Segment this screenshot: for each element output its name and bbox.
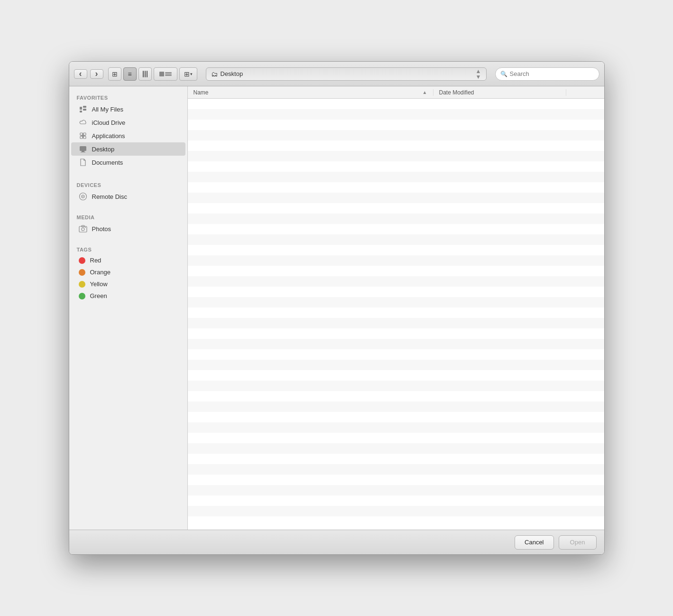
forward-icon — [95, 69, 98, 79]
table-row[interactable] — [188, 433, 604, 443]
search-input[interactable] — [510, 70, 594, 77]
table-row[interactable] — [188, 255, 604, 266]
column-view-button[interactable] — [138, 67, 152, 81]
column-view-icon — [143, 71, 148, 77]
cancel-button[interactable]: Cancel — [515, 535, 553, 550]
table-row[interactable] — [188, 140, 604, 151]
sort-arrow-icon: ▲ — [423, 90, 427, 95]
table-row[interactable] — [188, 234, 604, 245]
list-view-button[interactable]: ≡ — [123, 67, 137, 81]
table-row[interactable] — [188, 276, 604, 287]
cover-flow-button[interactable] — [154, 67, 177, 81]
table-row[interactable] — [188, 151, 604, 161]
table-row[interactable] — [188, 360, 604, 370]
sidebar-item-label: Documents — [92, 159, 123, 166]
location-bar[interactable]: 🗂 Desktop ▲ ▼ — [206, 67, 487, 81]
table-row[interactable] — [188, 120, 604, 130]
table-row[interactable] — [188, 224, 604, 234]
table-row[interactable] — [188, 109, 604, 120]
finder-window: ⊞ ≡ — [69, 61, 605, 555]
table-row[interactable] — [188, 485, 604, 495]
svg-rect-12 — [81, 152, 85, 152]
table-row[interactable] — [188, 349, 604, 360]
table-row[interactable] — [188, 506, 604, 516]
sidebar-item-label: Yellow — [90, 280, 108, 288]
view-buttons: ⊞ ≡ — [108, 67, 197, 81]
bottom-bar: Cancel Open — [69, 530, 604, 554]
sidebar-item-desktop[interactable]: Desktop — [71, 142, 185, 156]
table-row[interactable] — [188, 182, 604, 193]
sidebar-item-documents[interactable]: Documents — [71, 156, 185, 169]
table-row[interactable] — [188, 401, 604, 412]
table-row[interactable] — [188, 412, 604, 422]
table-row[interactable] — [188, 161, 604, 172]
column-name-label: Name — [194, 89, 209, 96]
sidebar-item-red[interactable]: Red — [71, 254, 185, 266]
table-row[interactable] — [188, 214, 604, 224]
table-row[interactable] — [188, 172, 604, 182]
table-row[interactable] — [188, 328, 604, 339]
arrange-button[interactable]: ⊞▾ — [179, 67, 197, 81]
column-date-label: Date Modified — [439, 89, 474, 96]
table-row[interactable] — [188, 454, 604, 464]
table-row[interactable] — [188, 308, 604, 318]
arrange-icon: ⊞▾ — [184, 70, 193, 78]
table-row[interactable] — [188, 464, 604, 475]
svg-point-18 — [82, 228, 84, 231]
sidebar-item-orange[interactable]: Orange — [71, 266, 185, 278]
table-row[interactable] — [188, 370, 604, 381]
sidebar: Favorites All My Files iCloud Drive — [69, 86, 188, 530]
location-stepper[interactable]: ▲ ▼ — [476, 68, 481, 80]
table-row[interactable] — [188, 130, 604, 140]
documents-icon — [79, 158, 87, 167]
table-row[interactable] — [188, 245, 604, 255]
table-row[interactable] — [188, 287, 604, 297]
devices-label: Devices — [69, 178, 187, 190]
sidebar-item-icloud-drive[interactable]: iCloud Drive — [71, 116, 185, 129]
table-row[interactable] — [188, 203, 604, 214]
table-row[interactable] — [188, 381, 604, 391]
table-row[interactable] — [188, 339, 604, 349]
back-button[interactable] — [74, 69, 87, 79]
table-row[interactable] — [188, 99, 604, 109]
table-row[interactable] — [188, 193, 604, 203]
applications-icon — [79, 131, 87, 140]
svg-rect-10 — [80, 146, 86, 151]
search-bar[interactable]: 🔍 — [495, 67, 599, 81]
icon-view-button[interactable]: ⊞ — [108, 67, 121, 81]
toolbar: ⊞ ≡ — [69, 62, 604, 86]
sidebar-item-green[interactable]: Green — [71, 290, 185, 302]
svg-rect-8 — [80, 136, 83, 139]
list-view-icon: ≡ — [128, 70, 131, 78]
table-row[interactable] — [188, 422, 604, 433]
svg-rect-2 — [83, 109, 86, 111]
sidebar-item-yellow[interactable]: Yellow — [71, 278, 185, 290]
icon-view-icon: ⊞ — [112, 70, 118, 78]
sidebar-item-photos[interactable]: Photos — [71, 222, 185, 235]
table-row[interactable] — [188, 297, 604, 308]
svg-rect-9 — [83, 136, 86, 139]
location-text: 🗂 Desktop — [211, 70, 243, 78]
sidebar-item-label: Orange — [90, 269, 111, 276]
sidebar-item-label: Desktop — [92, 146, 115, 153]
svg-rect-0 — [80, 107, 82, 110]
icloud-drive-icon — [79, 118, 87, 127]
svg-rect-11 — [82, 151, 84, 152]
sidebar-item-label: Red — [90, 257, 101, 264]
sidebar-item-applications[interactable]: Applications — [71, 129, 185, 142]
table-row[interactable] — [188, 475, 604, 485]
column-date-header[interactable]: Date Modified — [433, 89, 566, 96]
folder-icon: 🗂 — [211, 70, 218, 78]
sidebar-item-all-my-files[interactable]: All My Files — [71, 103, 185, 116]
table-row[interactable] — [188, 495, 604, 506]
sidebar-item-remote-disc[interactable]: Remote Disc — [71, 190, 185, 203]
table-row[interactable] — [188, 391, 604, 401]
svg-point-19 — [85, 227, 86, 228]
column-name-header[interactable]: Name ▲ — [188, 89, 433, 96]
table-row[interactable] — [188, 443, 604, 454]
photos-icon — [79, 224, 87, 233]
table-row[interactable] — [188, 318, 604, 328]
forward-button[interactable] — [90, 69, 103, 79]
svg-rect-3 — [80, 111, 82, 112]
table-row[interactable] — [188, 266, 604, 276]
